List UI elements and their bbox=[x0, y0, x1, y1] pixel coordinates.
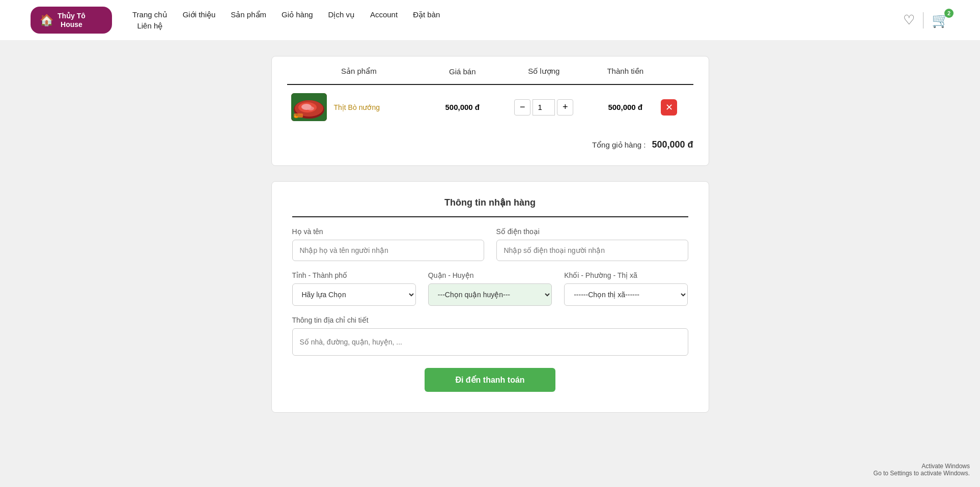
nav-gioithieu: Giới thiệu bbox=[183, 9, 216, 20]
header: 🏠 Thủy Tô House Trang chủ Liên hệ Giới t… bbox=[0, 0, 980, 41]
nav-giohang: Giỏ hàng bbox=[282, 9, 313, 20]
icon-divider bbox=[923, 12, 923, 28]
product-quantity: − + bbox=[494, 84, 594, 129]
nav-datban: Đặt bàn bbox=[413, 9, 440, 20]
fullname-input[interactable] bbox=[292, 240, 484, 261]
address-label: Thông tin địa chỉ chi tiết bbox=[292, 316, 688, 324]
wishlist-icon[interactable]: ♡ bbox=[903, 12, 915, 28]
cart-table: Sản phẩm Giá bán Số lượng Thành tiền bbox=[287, 67, 693, 129]
windows-line2: Go to Settings to activate Windows. bbox=[874, 470, 970, 477]
checkout-btn-row: Đi đến thanh toán bbox=[292, 368, 688, 392]
cart-total-value: 500,000 đ bbox=[652, 139, 693, 150]
table-row: 🍊 Thịt Bò nướng 500,000 đ − bbox=[287, 84, 693, 129]
house-icon: 🏠 bbox=[40, 14, 53, 27]
remove-cell: ✕ bbox=[657, 84, 693, 129]
nav-dichvu: Dịch vụ bbox=[328, 9, 355, 20]
cart-footer: Tổng giỏ hàng : 500,000 đ bbox=[287, 139, 693, 150]
product-image: 🍊 bbox=[291, 93, 327, 121]
col-soluong: Số lượng bbox=[494, 67, 594, 84]
form-title: Thông tin nhận hàng bbox=[292, 197, 688, 217]
form-row-name-phone: Họ và tên Số điện thoại bbox=[292, 227, 688, 261]
district-select[interactable]: ---Chọn quận huyện--- bbox=[428, 283, 552, 306]
form-group-address: Thông tin địa chỉ chi tiết bbox=[292, 316, 688, 356]
province-label: Tỉnh - Thành phố bbox=[292, 271, 416, 279]
nav-lienhe-link[interactable]: Liên hệ bbox=[137, 20, 162, 32]
main-nav: Trang chủ Liên hệ Giới thiệu Sản phẩm Gi… bbox=[132, 9, 903, 32]
form-group-phone: Số điện thoại bbox=[496, 227, 688, 261]
logo-button[interactable]: 🏠 Thủy Tô House bbox=[31, 7, 112, 34]
nav-sanpham-link[interactable]: Sản phẩm bbox=[231, 9, 266, 20]
province-select[interactable]: Hãy lựa Chọn bbox=[292, 283, 416, 306]
windows-line1: Activate Windows bbox=[874, 463, 970, 470]
nav-sanpham: Sản phẩm bbox=[231, 9, 266, 20]
qty-plus-button[interactable]: + bbox=[557, 99, 573, 116]
fullname-label: Họ và tên bbox=[292, 227, 484, 236]
checkout-button[interactable]: Đi đến thanh toán bbox=[425, 368, 555, 392]
remove-button[interactable]: ✕ bbox=[661, 99, 677, 116]
qty-minus-button[interactable]: − bbox=[514, 99, 530, 116]
delivery-form-card: Thông tin nhận hàng Họ và tên Số điện th… bbox=[271, 181, 709, 413]
nav-account: Account bbox=[370, 9, 398, 20]
ward-select[interactable]: ------Chọn thị xã------ bbox=[564, 283, 688, 306]
form-row-location: Tỉnh - Thành phố Hãy lựa Chọn Quận - Huy… bbox=[292, 271, 688, 306]
form-group-district: Quận - Huyện ---Chọn quận huyện--- bbox=[428, 271, 552, 306]
col-giaban: Giá bán bbox=[431, 67, 494, 84]
cart-badge: 2 bbox=[944, 9, 954, 18]
svg-text:🍊: 🍊 bbox=[294, 114, 298, 119]
col-action bbox=[657, 67, 693, 84]
form-group-province: Tỉnh - Thành phố Hãy lựa Chọn bbox=[292, 271, 416, 306]
ward-label: Khối - Phường - Thị xã bbox=[564, 271, 688, 279]
col-thanhtien: Thành tiền bbox=[594, 67, 657, 84]
svg-point-5 bbox=[307, 106, 314, 110]
cart-total-label: Tổng giỏ hàng : bbox=[592, 140, 646, 150]
product-name[interactable]: Thịt Bò nướng bbox=[334, 103, 380, 111]
cart-card: Sản phẩm Giá bán Số lượng Thành tiền bbox=[271, 56, 709, 166]
header-icons: ♡ 🛒 2 bbox=[903, 12, 949, 28]
phone-label: Số điện thoại bbox=[496, 227, 688, 236]
qty-input[interactable] bbox=[533, 99, 555, 116]
nav-gioithieu-link[interactable]: Giới thiệu bbox=[183, 9, 216, 20]
main-content: Sản phẩm Giá bán Số lượng Thành tiền bbox=[261, 56, 719, 413]
nav-trangchu-link[interactable]: Trang chủ bbox=[132, 9, 167, 20]
form-group-fullname: Họ và tên bbox=[292, 227, 484, 261]
district-label: Quận - Huyện bbox=[428, 271, 552, 279]
col-sanpham: Sản phẩm bbox=[287, 67, 431, 84]
product-price: 500,000 đ bbox=[431, 84, 494, 129]
product-total: 500,000 đ bbox=[594, 84, 657, 129]
nav-account-link[interactable]: Account bbox=[370, 9, 398, 20]
cart-button[interactable]: 🛒 2 bbox=[932, 12, 949, 28]
phone-input[interactable] bbox=[496, 240, 688, 261]
product-cell: 🍊 Thịt Bò nướng bbox=[287, 84, 431, 129]
nav-giohang-link[interactable]: Giỏ hàng bbox=[282, 9, 313, 20]
nav-dichvu-link[interactable]: Dịch vụ bbox=[328, 9, 355, 20]
windows-activation: Activate Windows Go to Settings to activ… bbox=[874, 463, 970, 477]
nav-trangchu: Trang chủ Liên hệ bbox=[132, 9, 167, 32]
nav-datban-link[interactable]: Đặt bàn bbox=[413, 9, 440, 20]
address-input[interactable] bbox=[292, 328, 688, 356]
form-group-ward: Khối - Phường - Thị xã ------Chọn thị xã… bbox=[564, 271, 688, 306]
logo-text: Thủy Tô House bbox=[58, 12, 86, 29]
